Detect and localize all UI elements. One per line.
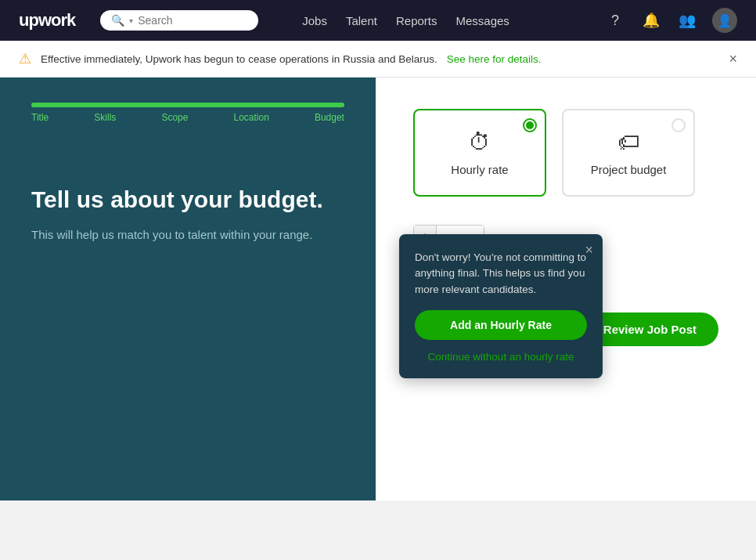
nav-jobs[interactable]: Jobs (302, 14, 327, 27)
banner-close-button[interactable]: × (729, 51, 737, 67)
page-subtitle: This will help us match you to talent wi… (31, 226, 344, 244)
search-input[interactable] (138, 14, 247, 27)
project-budget-label: Project budget (591, 163, 667, 176)
tooltip-popup: × Don't worry! You're not committing to … (399, 234, 603, 378)
main-nav: Jobs Talent Reports Messages (302, 14, 585, 27)
banner-link[interactable]: See here for details. (447, 53, 542, 65)
step-skills: Skills (94, 112, 116, 123)
project-budget-option[interactable]: 🏷 Project budget (562, 109, 695, 197)
notification-icon[interactable]: 🔔 (640, 9, 662, 31)
step-budget: Budget (315, 112, 344, 123)
progress-bar-background (31, 103, 344, 107)
add-hourly-rate-button[interactable]: Add an Hourly Rate (415, 310, 587, 340)
page-title: Tell us about your budget. (31, 186, 344, 214)
tag-icon: 🏷 (617, 129, 639, 155)
avatar[interactable]: 👤 (712, 8, 737, 33)
progress-bar-container: Title Skills Scope Location Budget (31, 103, 344, 123)
step-scope: Scope (161, 112, 188, 123)
warning-icon: ⚠ (19, 50, 31, 67)
search-icon: 🔍 (111, 14, 124, 27)
team-icon[interactable]: 👥 (676, 9, 698, 31)
right-panel: ⏱ Hourly rate 🏷 Project budget $ /hour N… (376, 78, 756, 500)
hourly-rate-label: Hourly rate (451, 163, 508, 176)
header: upwork 🔍 ▾ Jobs Talent Reports Messages … (0, 0, 756, 41)
progress-steps: Title Skills Scope Location Budget (31, 112, 344, 123)
notification-banner: ⚠ Effective immediately, Upwork has begu… (0, 41, 756, 78)
help-icon[interactable]: ? (604, 9, 626, 31)
nav-reports[interactable]: Reports (396, 14, 437, 27)
continue-without-hourly-button[interactable]: Continue without an hourly rate (415, 348, 587, 366)
hourly-rate-option[interactable]: ⏱ Hourly rate (413, 109, 546, 197)
hourly-radio (523, 118, 537, 132)
banner-message: Effective immediately, Upwork has begun … (41, 53, 437, 65)
step-location: Location (233, 112, 268, 123)
header-icons: ? 🔔 👥 👤 (604, 8, 737, 33)
step-title: Title (31, 112, 49, 123)
logo: upwork (19, 10, 75, 31)
main-wrapper: Title Skills Scope Location Budget Tell … (0, 78, 756, 500)
tooltip-close-button[interactable]: × (585, 242, 593, 258)
clock-icon: ⏱ (469, 129, 491, 155)
tooltip-message: Don't worry! You're not committing to an… (415, 250, 587, 298)
progress-bar-fill (31, 103, 344, 107)
budget-type-options: ⏱ Hourly rate 🏷 Project budget (413, 109, 718, 197)
nav-messages[interactable]: Messages (455, 14, 509, 27)
project-radio (671, 118, 686, 132)
search-bar[interactable]: 🔍 ▾ (100, 10, 258, 31)
left-panel: Title Skills Scope Location Budget Tell … (0, 78, 376, 500)
chevron-down-icon: ▾ (129, 16, 133, 25)
nav-talent[interactable]: Talent (346, 14, 377, 27)
